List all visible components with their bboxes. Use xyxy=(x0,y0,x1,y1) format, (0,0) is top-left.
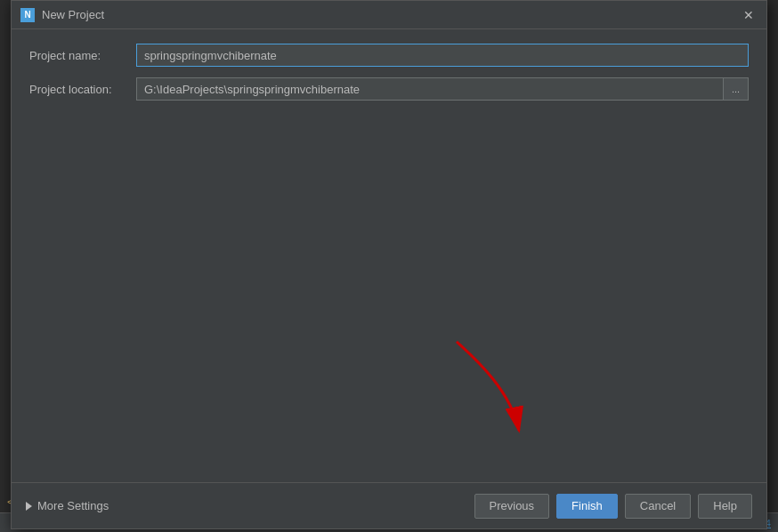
project-name-label: Project name: xyxy=(29,49,136,62)
close-icon: ✕ xyxy=(743,8,754,22)
cancel-button[interactable]: Cancel xyxy=(625,494,691,519)
browse-icon: ... xyxy=(732,84,740,94)
dialog-icon-letter: N xyxy=(24,10,30,20)
dialog-titlebar: N New Project ✕ xyxy=(12,1,766,29)
dialog-title-left: N New Project xyxy=(20,8,104,22)
new-project-dialog: N New Project ✕ Project name: Project lo… xyxy=(11,0,767,529)
dialog-app-icon: N xyxy=(20,8,35,22)
more-settings-toggle[interactable]: More Settings xyxy=(26,499,109,512)
help-button[interactable]: Help xyxy=(698,494,752,519)
dialog-bottom-bar: More Settings Previous Finish Cancel Hel… xyxy=(12,482,766,528)
project-location-input[interactable] xyxy=(136,77,724,101)
project-location-field-group: ... xyxy=(136,77,749,101)
dialog-action-buttons: Previous Finish Cancel Help xyxy=(474,494,752,519)
dialog-empty-space xyxy=(12,125,766,463)
more-settings-label: More Settings xyxy=(37,499,109,512)
previous-button[interactable]: Previous xyxy=(474,494,550,519)
finish-button[interactable]: Finish xyxy=(556,494,618,519)
project-location-label: Project location: xyxy=(29,83,136,96)
dialog-title-text: New Project xyxy=(42,8,104,21)
project-name-row: Project name: xyxy=(29,44,749,67)
dialog-close-button[interactable]: ✕ xyxy=(740,6,758,24)
expand-icon xyxy=(26,502,32,511)
project-name-input[interactable] xyxy=(136,44,749,67)
browse-button[interactable]: ... xyxy=(724,77,749,101)
project-location-row: Project location: ... xyxy=(29,77,749,101)
dialog-form: Project name: Project location: ... xyxy=(12,29,766,125)
